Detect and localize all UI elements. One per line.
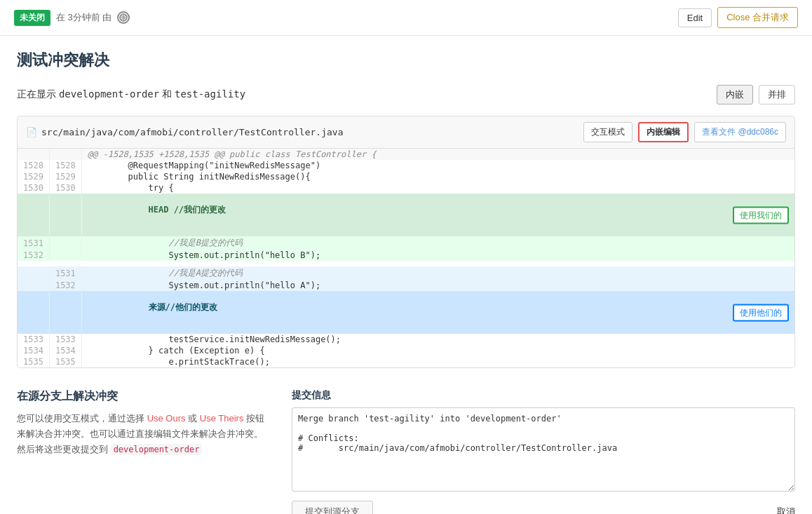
meta-text: 在 3分钟前 由 (56, 11, 111, 24)
resolve-branch: development-order (111, 444, 203, 455)
table-row: 1533 1533 testService.initNewRedisMessag… (18, 334, 794, 345)
line-code: //我是A提交的代码 (81, 266, 794, 280)
bottom-section: 在源分支上解决冲突 您可以使用交互模式，通过选择 Use Ours 或 Use … (17, 382, 795, 514)
commit-section: 提交信息 提交到源分支 取消 (292, 389, 795, 514)
status-badge: 未关闭 (14, 10, 50, 26)
line-num-l: 1534 (18, 345, 49, 356)
page-title: 测试冲突解决 (17, 50, 795, 71)
line-num-l: 1531 (18, 236, 49, 250)
globe-icon (117, 11, 130, 24)
line-code: System.out.println("hello A"); (81, 280, 794, 291)
view-toggle: 内嵌 并排 (717, 85, 795, 104)
view-file-button[interactable]: 查看文件 @ddc086c (694, 122, 786, 142)
line-num (49, 149, 81, 160)
line-num-l: 1535 (18, 356, 49, 367)
table-row: 1529 1529 public String initNewRedisMess… (18, 171, 794, 182)
interactive-mode-button[interactable]: 交互模式 (583, 122, 632, 142)
line-num-l (18, 266, 49, 280)
line-num-r: 1528 (49, 160, 81, 171)
use-theirs-button[interactable]: 使用他们的 (733, 304, 789, 321)
line-code: public String initNewRedisMessage(){ (81, 171, 794, 182)
line-code: try { (81, 182, 794, 194)
resolve-title: 在源分支上解决冲突 (17, 389, 269, 404)
main-content: 测试冲突解决 正在显示 development-order 和 test-agi… (0, 36, 812, 514)
diff-meta-code: @@ -1528,1535 +1528,1535 @@ public class… (81, 149, 794, 160)
sidebyside-view-button[interactable]: 并排 (759, 85, 795, 104)
table-row: 1532 System.out.println("hello B"); (18, 250, 794, 261)
table-row: 1531 //我是B提交的代码 (18, 236, 794, 250)
line-num-l: 1528 (18, 160, 49, 171)
display-and: 和 (162, 88, 172, 100)
line-num-r (49, 194, 81, 236)
line-num-l: 1530 (18, 182, 49, 194)
resolve-desc2: 或 (186, 413, 200, 424)
line-num-r (49, 250, 81, 261)
line-code: testService.initNewRedisMessage(); (81, 334, 794, 345)
resolve-desc: 您可以使用交互模式，通过选择 Use Ours 或 Use Theirs 按钮来… (17, 411, 269, 457)
display-text: 正在显示 development-order 和 test-agility (17, 88, 245, 101)
line-num (18, 149, 49, 160)
line-num-l: 1533 (18, 334, 49, 345)
table-row: 1531 //我是A提交的代码 (18, 266, 794, 280)
commit-textarea[interactable] (292, 407, 795, 492)
line-num-r: 1534 (49, 345, 81, 356)
line-num-l: 1532 (18, 250, 49, 261)
line-num-l (18, 280, 49, 291)
line-num-r: 1535 (49, 356, 81, 367)
inline-edit-button[interactable]: 内嵌编辑 (638, 122, 689, 142)
line-num-r: 1530 (49, 182, 81, 194)
top-bar: 未关闭 在 3分钟前 由 Edit Close 合并请求 (0, 0, 812, 36)
inline-view-button[interactable]: 内嵌 (717, 85, 753, 104)
top-bar-left: 未关闭 在 3分钟前 由 (14, 10, 130, 26)
theirs-head-code: 来源//他们的更改 使用他们的 (81, 291, 794, 334)
table-row: 1528 1528 @RequestMapping("initNewRedisM… (18, 160, 794, 171)
use-theirs-label: Use Theirs (200, 413, 244, 424)
theirs-head-label: 来源//他们的更改 (149, 302, 217, 312)
line-num-l (18, 291, 49, 334)
display-bar: 正在显示 development-order 和 test-agility 内嵌… (17, 85, 795, 104)
resolve-desc1: 您可以使用交互模式，通过选择 (17, 413, 147, 424)
branch2-label: test-agility (175, 88, 245, 100)
table-row: 1534 1534 } catch (Exception e) { (18, 345, 794, 356)
commit-label: 提交信息 (292, 389, 795, 402)
line-num-l (18, 194, 49, 236)
ours-head-row: HEAD //我们的更改 使用我们的 (18, 194, 794, 236)
line-code: System.out.println("hello B"); (81, 250, 794, 261)
line-code: e.printStackTrace(); (81, 356, 794, 367)
diff-table: @@ -1528,1535 +1528,1535 @@ public class… (18, 149, 794, 367)
diff-filename: 📄 src/main/java/com/afmobi/controller/Te… (26, 127, 343, 137)
line-num-r: 1533 (49, 334, 81, 345)
line-num-r: 1531 (49, 266, 81, 280)
use-ours-label: Use Ours (147, 413, 186, 424)
table-row: 1532 System.out.println("hello A"); (18, 280, 794, 291)
close-mr-button[interactable]: Close 合并请求 (717, 7, 798, 28)
file-icon: 📄 (26, 127, 37, 137)
resolve-info: 在源分支上解决冲突 您可以使用交互模式，通过选择 Use Ours 或 Use … (17, 389, 269, 514)
diff-actions: 交互模式 内嵌编辑 查看文件 @ddc086c (583, 122, 786, 142)
line-num-r (49, 291, 81, 334)
display-prefix: 正在显示 (17, 88, 56, 100)
ours-head-label: HEAD //我们的更改 (149, 205, 226, 215)
line-code: } catch (Exception e) { (81, 345, 794, 356)
edit-button[interactable]: Edit (678, 8, 712, 27)
line-num-r: 1532 (49, 280, 81, 291)
use-ours-button[interactable]: 使用我们的 (733, 206, 789, 224)
commit-actions: 提交到源分支 取消 (292, 501, 795, 514)
filename-text: src/main/java/com/afmobi/controller/Test… (41, 127, 343, 137)
diff-meta-row: @@ -1528,1535 +1528,1535 @@ public class… (18, 149, 794, 160)
line-code: @RequestMapping("initNewRedisMessage") (81, 160, 794, 171)
cancel-button[interactable]: 取消 (777, 506, 795, 514)
table-row: 1535 1535 e.printStackTrace(); (18, 356, 794, 367)
branch1-label: development-order (59, 88, 159, 100)
ours-head-code: HEAD //我们的更改 使用我们的 (81, 194, 794, 236)
submit-button[interactable]: 提交到源分支 (292, 501, 373, 514)
line-num-l: 1529 (18, 171, 49, 182)
diff-spacer (18, 261, 794, 266)
line-num-r: 1529 (49, 171, 81, 182)
diff-container: 📄 src/main/java/com/afmobi/controller/Te… (17, 116, 795, 368)
theirs-head-row: 来源//他们的更改 使用他们的 (18, 291, 794, 334)
line-num-r (49, 236, 81, 250)
top-bar-right: Edit Close 合并请求 (678, 7, 798, 28)
table-row: 1530 1530 try { (18, 182, 794, 194)
line-code: //我是B提交的代码 (81, 236, 794, 250)
